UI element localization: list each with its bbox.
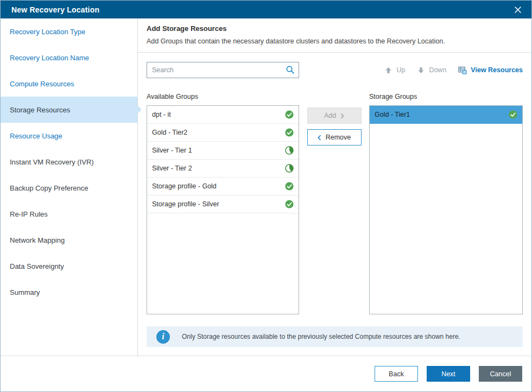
- footer: Back Next Cancel: [1, 356, 531, 391]
- remove-label: Remove: [326, 134, 351, 141]
- new-recovery-location-dialog: New Recovery Location Recovery Location …: [0, 0, 532, 392]
- sidebar-item-backup-copy-preference[interactable]: Backup Copy Preference: [1, 175, 137, 201]
- available-groups-label: Available Groups: [147, 92, 299, 101]
- back-button[interactable]: Back: [375, 366, 418, 382]
- info-icon: i: [156, 330, 170, 344]
- sidebar-item-recovery-location-name[interactable]: Recovery Location Name: [1, 45, 137, 71]
- available-group-row[interactable]: dpt - it: [147, 106, 299, 124]
- group-name: Storage profile - Silver: [152, 200, 219, 208]
- status-available-icon: [285, 128, 294, 137]
- step-title: Add Storage Resources: [147, 24, 523, 33]
- status-partial-icon: [285, 146, 294, 155]
- transfer-buttons: Add Remove: [299, 92, 369, 146]
- main-area: Recovery Location TypeRecovery Location …: [1, 18, 531, 356]
- storage-groups-list[interactable]: Gold - Tier1: [369, 105, 523, 314]
- step-header: Add Storage Resources Add Groups that co…: [138, 18, 531, 53]
- up-button[interactable]: Up: [384, 66, 405, 74]
- add-label: Add: [324, 112, 336, 119]
- group-name: Silver - Tier 2: [152, 165, 192, 172]
- sidebar-item-recovery-location-type[interactable]: Recovery Location Type: [1, 18, 137, 45]
- sidebar-item-label: Network Mapping: [10, 236, 65, 244]
- transfer-lists: Available Groups dpt - itGold - Tier2Sil…: [147, 92, 523, 314]
- titlebar: New Recovery Location: [1, 1, 531, 18]
- sidebar-item-label: Recovery Location Name: [10, 54, 89, 62]
- view-resources-icon: [458, 66, 467, 74]
- status-available-icon: [285, 110, 294, 119]
- available-group-row[interactable]: Silver - Tier 2: [147, 160, 299, 178]
- sidebar-item-re-ip-rules[interactable]: Re-IP Rules: [1, 201, 137, 227]
- group-name: Gold - Tier2: [152, 129, 187, 136]
- search-icon[interactable]: [286, 65, 295, 74]
- storage-groups-column: Storage Groups Gold - Tier1: [369, 92, 523, 314]
- sidebar-item-data-sovereignty[interactable]: Data Sovereignty: [1, 253, 137, 279]
- close-icon[interactable]: [511, 3, 524, 16]
- sidebar-item-label: Backup Copy Preference: [10, 184, 88, 192]
- up-label: Up: [396, 66, 405, 74]
- available-group-row[interactable]: Silver - Tier 1: [147, 142, 299, 160]
- remove-button[interactable]: Remove: [307, 129, 362, 146]
- storage-group-row[interactable]: Gold - Tier1: [370, 106, 522, 124]
- available-groups-column: Available Groups dpt - itGold - Tier2Sil…: [147, 92, 299, 314]
- view-resources-label: View Resources: [471, 66, 523, 74]
- window-title: New Recovery Location: [11, 5, 99, 14]
- storage-groups-label: Storage Groups: [369, 92, 523, 101]
- sidebar-item-label: Recovery Location Type: [10, 28, 85, 36]
- sidebar-item-network-mapping[interactable]: Network Mapping: [1, 227, 137, 253]
- status-partial-icon: [285, 164, 294, 173]
- group-name: dpt - it: [152, 111, 171, 118]
- step-subtitle: Add Groups that contain the necessary da…: [147, 37, 523, 45]
- chevron-left-icon: [318, 135, 321, 141]
- search-input[interactable]: [147, 62, 299, 78]
- status-available-icon: [285, 182, 294, 191]
- sidebar-item-resource-usage[interactable]: Resource Usage: [1, 123, 137, 149]
- list-actions: Up Down View Resources: [384, 66, 523, 74]
- sidebar-item-label: Instant VM Recovery (IVR): [10, 158, 94, 166]
- sidebar-item-label: Summary: [10, 288, 40, 296]
- group-name: Storage profile - Gold: [152, 182, 217, 190]
- available-group-row[interactable]: Storage profile - Gold: [147, 178, 299, 195]
- chevron-right-icon: [340, 113, 344, 119]
- next-button[interactable]: Next: [427, 366, 470, 382]
- group-name: Gold - Tier1: [375, 111, 410, 118]
- sidebar-item-compute-resources[interactable]: Compute Resources: [1, 71, 137, 97]
- down-button[interactable]: Down: [417, 66, 446, 74]
- sidebar-item-label: Data Sovereignty: [10, 262, 64, 270]
- info-text: Only Storage resources available to the …: [182, 333, 460, 340]
- sidebar-item-label: Resource Usage: [10, 132, 62, 140]
- content-panel: Add Storage Resources Add Groups that co…: [138, 18, 531, 356]
- sidebar-item-instant-vm-recovery-ivr[interactable]: Instant VM Recovery (IVR): [1, 149, 137, 175]
- sidebar-item-label: Storage Resources: [10, 106, 70, 114]
- down-label: Down: [429, 66, 446, 74]
- available-groups-list[interactable]: dpt - itGold - Tier2Silver - Tier 1Silve…: [147, 105, 299, 314]
- cancel-button[interactable]: Cancel: [479, 366, 522, 382]
- status-available-icon: [509, 110, 517, 119]
- sidebar-item-label: Compute Resources: [10, 80, 74, 88]
- available-group-row[interactable]: Gold - Tier2: [147, 124, 299, 142]
- info-banner: i Only Storage resources available to th…: [147, 326, 523, 347]
- available-group-row[interactable]: Storage profile - Silver: [147, 195, 299, 213]
- toolbar: Up Down View Resources: [147, 62, 523, 78]
- arrow-up-icon: [384, 66, 392, 74]
- arrow-down-icon: [417, 66, 425, 74]
- sidebar-item-storage-resources[interactable]: Storage Resources: [1, 97, 137, 123]
- sidebar-item-label: Re-IP Rules: [10, 210, 48, 218]
- add-button[interactable]: Add: [307, 108, 362, 124]
- status-available-icon: [285, 200, 294, 208]
- group-name: Silver - Tier 1: [152, 147, 192, 154]
- view-resources-button[interactable]: View Resources: [458, 66, 523, 74]
- search-box: [147, 62, 299, 78]
- wizard-steps-sidebar: Recovery Location TypeRecovery Location …: [1, 18, 138, 356]
- sidebar-item-summary[interactable]: Summary: [1, 279, 137, 305]
